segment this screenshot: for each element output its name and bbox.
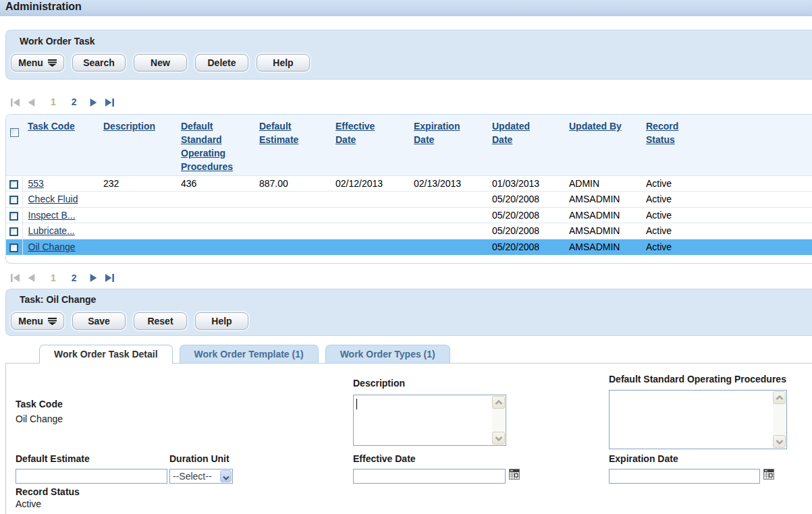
tab-work-order-task-detail[interactable]: Work Order Task Detail <box>39 345 173 364</box>
record-status-label: Record Status <box>16 486 80 497</box>
row-checkbox[interactable] <box>9 244 18 252</box>
cell-updated-date: 05/20/2008 <box>487 223 564 239</box>
column-header-default-estimate[interactable]: Default Estimate <box>259 121 298 145</box>
first-page-icon[interactable] <box>11 98 20 107</box>
cell-updated-date: 01/03/2013 <box>487 175 564 192</box>
expiration-date-input[interactable] <box>609 469 760 484</box>
previous-page-icon[interactable] <box>28 274 35 282</box>
page-number-current: 1 <box>51 98 56 107</box>
previous-page-icon[interactable] <box>28 98 35 107</box>
record-status-value: Active <box>16 498 41 509</box>
column-header-effective-date[interactable]: Effective Date <box>335 121 375 145</box>
column-header-record-status[interactable]: Record Status <box>646 119 691 146</box>
cell-record-status: Active <box>641 175 812 192</box>
first-page-icon[interactable] <box>11 274 20 282</box>
description-label: Description <box>353 378 405 389</box>
pagination-top: 1 2 <box>11 98 812 107</box>
dsop-textarea[interactable] <box>609 390 787 449</box>
expiration-date-calendar-icon[interactable] <box>763 469 774 480</box>
results-table: Task Code Description Default Standard O… <box>6 115 812 255</box>
last-page-icon[interactable] <box>105 274 114 282</box>
tab-work-order-types[interactable]: Work Order Types (1) <box>325 345 450 364</box>
text-caret <box>356 399 357 409</box>
task-code-link[interactable]: Oil Change <box>28 241 76 252</box>
description-textarea[interactable] <box>353 395 506 446</box>
row-checkbox[interactable] <box>9 180 18 189</box>
cell-dsop <box>175 239 254 255</box>
cell-updated-by: AMSADMIN <box>564 207 641 223</box>
column-header-updated-date[interactable]: Updated Date <box>492 121 530 145</box>
row-checkbox[interactable] <box>9 212 18 221</box>
cell-expiration-date <box>408 207 487 223</box>
effective-date-input[interactable] <box>353 469 506 484</box>
page-number-link[interactable]: 2 <box>72 98 77 107</box>
next-page-icon[interactable] <box>90 274 97 282</box>
cell-effective-date <box>330 207 408 223</box>
new-button[interactable]: New <box>134 54 187 72</box>
task-code-link[interactable]: Lubricate... <box>28 225 75 236</box>
last-page-icon[interactable] <box>105 98 114 107</box>
page-header: Administration <box>0 0 812 16</box>
work-order-task-panel: Work Order Task Menu Search New Delete H… <box>5 30 812 80</box>
column-header-task-code[interactable]: Task Code <box>28 121 75 132</box>
cell-dsop <box>175 192 254 208</box>
menu-button[interactable]: Menu <box>11 54 64 72</box>
cell-dsop: 436 <box>175 175 254 192</box>
cell-record-status: Active <box>641 192 812 208</box>
default-estimate-input[interactable] <box>16 469 167 484</box>
help-button[interactable]: Help <box>256 54 310 72</box>
task-code-link[interactable]: 553 <box>28 178 44 189</box>
column-header-dsop[interactable]: Default Standard Operating Procedures <box>181 121 233 172</box>
table-row-selected: Oil Change 05/20/2008 AMSADMIN Active <box>6 239 812 255</box>
effective-date-calendar-icon[interactable] <box>509 469 520 480</box>
column-header-description[interactable]: Description <box>103 121 155 132</box>
textarea-scrollbar[interactable] <box>773 391 786 448</box>
column-header-expiration-date[interactable]: Expiration Date <box>414 121 460 145</box>
save-button[interactable]: Save <box>72 312 126 330</box>
task-code-link[interactable]: Inspect B... <box>28 210 76 221</box>
expiration-date-label: Expiration Date <box>609 453 678 464</box>
next-page-icon[interactable] <box>90 98 97 107</box>
tab-work-order-template[interactable]: Work Order Template (1) <box>180 345 319 364</box>
textarea-scrollbar[interactable] <box>492 396 505 445</box>
cell-expiration-date <box>408 223 487 239</box>
menu-button[interactable]: Menu <box>11 312 64 330</box>
work-order-task-detail-form: Task Code Oil Change Description Default… <box>5 363 812 514</box>
select-all-checkbox[interactable] <box>10 128 19 137</box>
page-number-link[interactable]: 2 <box>72 274 77 283</box>
scroll-down-button[interactable] <box>773 435 786 448</box>
table-row: 553 232 436 887.00 02/12/2013 02/13/2013… <box>6 175 812 192</box>
cell-default-estimate <box>254 223 330 239</box>
scroll-down-button[interactable] <box>492 432 505 445</box>
menu-dropdown-icon <box>48 59 57 67</box>
help-button[interactable]: Help <box>195 312 248 330</box>
panel-title: Task: Oil Change <box>20 294 96 305</box>
cell-default-estimate <box>254 192 330 208</box>
cell-record-status: Active <box>641 207 812 223</box>
column-header-updated-by[interactable]: Updated By <box>569 121 622 132</box>
search-button[interactable]: Search <box>72 54 126 72</box>
cell-record-status: Active <box>641 223 812 239</box>
row-checkbox[interactable] <box>9 227 18 236</box>
cell-effective-date: 02/12/2013 <box>330 175 408 192</box>
cell-description <box>98 192 175 208</box>
toolbar: Menu Save Reset Help <box>11 312 256 330</box>
select-arrow-icon <box>220 470 232 482</box>
menu-dropdown-icon <box>48 317 57 325</box>
reset-button[interactable]: Reset <box>134 312 187 330</box>
effective-date-label: Effective Date <box>353 453 416 464</box>
table-row: Check Fluid 05/20/2008 AMSADMIN Active <box>6 192 812 208</box>
cell-expiration-date <box>408 192 487 208</box>
task-code-link[interactable]: Check Fluid <box>28 194 78 204</box>
results-table-container: Task Code Description Default Standard O… <box>5 114 812 264</box>
delete-button[interactable]: Delete <box>195 54 248 72</box>
cell-updated-by: AMSADMIN <box>564 239 641 255</box>
page-number-current: 1 <box>51 274 56 283</box>
duration-unit-select[interactable]: --Select-- <box>169 469 233 484</box>
page-title: Administration <box>5 1 82 13</box>
scroll-up-button[interactable] <box>492 396 505 409</box>
cell-updated-by: ADMIN <box>564 175 641 192</box>
scroll-up-button[interactable] <box>773 391 786 404</box>
row-checkbox[interactable] <box>9 196 18 204</box>
dsop-label: Default Standard Operating Procedures <box>609 374 786 384</box>
